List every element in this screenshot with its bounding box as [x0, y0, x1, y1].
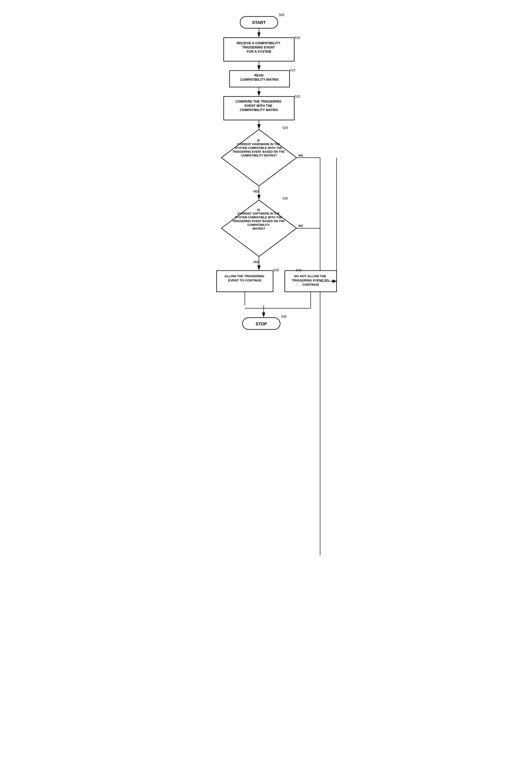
diamond-530: IS CURRENT SOFTWARE IN THE SYSTEM COMPAT… [221, 197, 297, 257]
no-label-530: NO [298, 224, 303, 228]
flowchart-diagram: START 505 RECEIVE A COMPATIBILITY TRIGGE… [184, 5, 348, 725]
step-535: ALLOW THE TRIGGERING EVENT TO CONTINUE 5… [217, 268, 279, 292]
yes-label-530: YES [253, 260, 259, 264]
step-515: READ COMPATIBILITY MATRIX 515 [229, 68, 296, 87]
stop-node: STOP 545 [242, 315, 287, 330]
step-535-ref: 535 [274, 268, 279, 272]
diamond-530-ref: 530 [282, 197, 288, 200]
diamond-525: IS CURRENT HARDWARE IN THE SYSTEM COMPAT… [221, 126, 297, 186]
diamond-525-ref: 525 [282, 126, 288, 130]
stop-ref: 545 [281, 315, 287, 319]
step-510-ref: 510 [295, 36, 300, 40]
start-node: START 505 [240, 13, 285, 28]
step-520: COMPARE THE TRIGGERING EVENT WITH THE CO… [224, 95, 300, 120]
step-540-ref: 540 [296, 268, 302, 272]
yes-label-525: YES [253, 190, 259, 193]
step-510: RECEIVE A COMPATIBILITY TRIGGERING EVENT… [224, 36, 300, 61]
stop-label: STOP [256, 322, 267, 327]
svg-marker-9 [221, 129, 297, 186]
start-ref: 505 [279, 13, 285, 17]
step-515-ref: 515 [290, 68, 296, 72]
step-520-ref: 520 [295, 95, 300, 98]
no-label-525: NO [298, 154, 303, 157]
step-540: DO NOT ALLOW THE TRIGGERING EVENT TO CON… [285, 268, 337, 292]
start-label: START [252, 20, 266, 25]
